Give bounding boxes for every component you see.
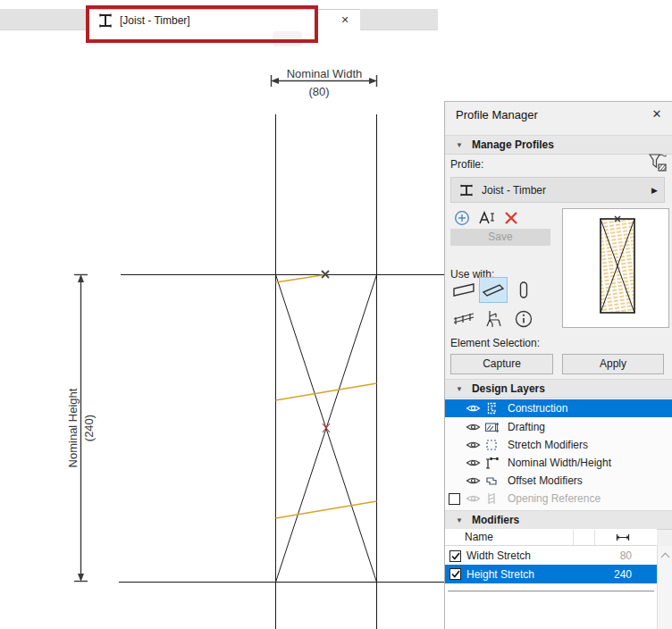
width-dim-label: Nominal Width — [287, 67, 363, 80]
delete-x-icon — [504, 211, 518, 225]
railing-icon — [452, 310, 475, 328]
profile-preview — [562, 208, 669, 328]
profile-select[interactable]: Joist - Timber ▶ — [450, 177, 665, 203]
section-modifiers[interactable]: ▼ Modifiers — [445, 510, 672, 530]
preview-drawing — [563, 209, 668, 327]
collapse-triangle-icon: ▼ — [456, 141, 463, 149]
layer-label: Construction — [508, 402, 567, 415]
chair-icon — [483, 309, 504, 329]
funnel-icon — [649, 153, 667, 172]
profile-manager-panel: Profile Manager ✕ ▼ Manage Profiles Prof… — [444, 101, 672, 629]
drafting-layer-icon — [484, 420, 500, 434]
width-dim-value: (80) — [308, 85, 329, 98]
submenu-arrow-icon: ▶ — [651, 186, 658, 195]
use-with-railing[interactable] — [449, 306, 478, 331]
modifier-name: Height Stretch — [466, 568, 534, 581]
modifier-row-width-stretch[interactable]: Width Stretch 80 — [445, 547, 657, 565]
width-stretch-checkbox[interactable] — [449, 550, 461, 562]
eye-icon[interactable] — [466, 457, 481, 468]
modifier-value: 80 — [620, 549, 632, 562]
eye-icon[interactable] — [466, 422, 481, 432]
plus-circle-icon — [454, 210, 470, 226]
panel-title: Profile Manager — [456, 108, 538, 122]
tab-close-icon[interactable]: ✕ — [338, 13, 352, 27]
nominal-width-height-layer-icon — [484, 456, 500, 470]
section-manage-profiles[interactable]: ▼ Manage Profiles — [445, 135, 672, 155]
section-design-layers[interactable]: ▼ Design Layers — [445, 379, 672, 398]
height-dim-label: Nominal Height — [66, 388, 80, 467]
dimension-column-icon — [615, 533, 631, 541]
section-title: Modifiers — [472, 514, 519, 526]
use-with-column[interactable] — [509, 277, 538, 303]
beam-icon — [482, 281, 505, 299]
layer-row-nominal-width-height[interactable]: Nominal Width/Height — [445, 454, 672, 472]
height-dim-value: (240) — [82, 415, 96, 441]
rename-icon — [478, 210, 496, 226]
layer-label: Offset Modifiers — [508, 474, 583, 487]
capture-button[interactable]: Capture — [450, 354, 553, 374]
panel-close-icon[interactable]: ✕ — [649, 106, 665, 122]
layer-row-opening-reference[interactable]: Opening Reference — [445, 490, 672, 507]
element-selection-label: Element Selection: — [450, 337, 540, 349]
profile-label: Profile: — [450, 158, 483, 171]
wall-icon — [452, 281, 475, 299]
modifiers-table-header: Name — [445, 529, 657, 546]
use-with-beam[interactable] — [479, 277, 508, 303]
eye-icon[interactable] — [466, 493, 481, 504]
center-marker[interactable] — [323, 424, 330, 432]
app-window: Nominal Width (80) Nominal Height (240) … — [0, 0, 672, 629]
modifier-row-height-stretch[interactable]: Height Stretch 240 — [445, 565, 657, 583]
modifier-line-lower[interactable] — [276, 501, 377, 518]
name-column-header: Name — [465, 531, 493, 543]
section-title: Manage Profiles — [472, 138, 554, 151]
info-icon — [514, 309, 533, 329]
ibeam-icon — [458, 183, 475, 197]
layer-row-construction[interactable]: Construction — [445, 399, 672, 417]
column-divider — [573, 530, 574, 545]
modifiers-list: Width Stretch 80 Height Stretch 240 — [445, 546, 657, 629]
column-divider — [594, 530, 595, 545]
opening-reference-checkbox[interactable] — [449, 493, 460, 505]
stretch-modifiers-layer-icon — [484, 438, 500, 452]
profile-filter-button[interactable] — [649, 154, 667, 172]
list-separator — [448, 591, 654, 591]
modifiers-scrollbar[interactable] — [657, 546, 672, 629]
eye-icon[interactable] — [466, 403, 481, 414]
modifier-value: 240 — [614, 568, 632, 581]
modifier-line-middle[interactable] — [276, 383, 377, 400]
offset-modifiers-layer-icon — [484, 474, 500, 488]
layer-label: Stretch Modifiers — [508, 439, 588, 451]
save-button[interactable]: Save — [450, 229, 550, 246]
delete-profile-button[interactable] — [502, 209, 520, 227]
height-stretch-checkbox[interactable] — [449, 568, 461, 580]
layer-label: Nominal Width/Height — [508, 457, 611, 469]
layer-label: Drafting — [508, 421, 545, 433]
annotation-highlight-box — [86, 5, 318, 43]
section-title: Design Layers — [472, 382, 545, 395]
new-profile-button[interactable] — [453, 209, 471, 227]
profile-name: Joist - Timber — [482, 184, 546, 197]
eye-icon[interactable] — [466, 440, 481, 450]
width-dimension[interactable]: Nominal Width (80) — [271, 67, 377, 98]
use-with-object[interactable] — [479, 306, 508, 331]
column-icon — [512, 281, 535, 300]
apply-button[interactable]: Apply — [562, 354, 664, 374]
layer-row-stretch-modifiers[interactable]: Stretch Modifiers — [445, 436, 672, 454]
height-dimension[interactable]: Nominal Height (240) — [66, 274, 96, 582]
eye-icon[interactable] — [466, 475, 481, 486]
modifier-name: Width Stretch — [466, 549, 531, 562]
collapse-triangle-icon: ▼ — [456, 385, 463, 393]
collapse-triangle-icon: ▼ — [456, 516, 463, 524]
profile-geometry[interactable] — [119, 114, 444, 629]
design-layers-list: Construction Drafting Stre — [445, 398, 672, 510]
construction-layer-icon — [484, 401, 500, 415]
use-with-wall[interactable] — [449, 277, 478, 303]
stretch-modifier-lines[interactable] — [276, 275, 377, 519]
scroll-up-icon[interactable] — [661, 553, 670, 562]
use-with-info[interactable] — [509, 306, 538, 331]
layer-label: Opening Reference — [508, 492, 601, 505]
layer-row-drafting[interactable]: Drafting — [445, 418, 672, 436]
modifier-line-top[interactable] — [276, 275, 326, 283]
rename-profile-button[interactable] — [478, 209, 496, 227]
layer-row-offset-modifiers[interactable]: Offset Modifiers — [445, 472, 672, 490]
